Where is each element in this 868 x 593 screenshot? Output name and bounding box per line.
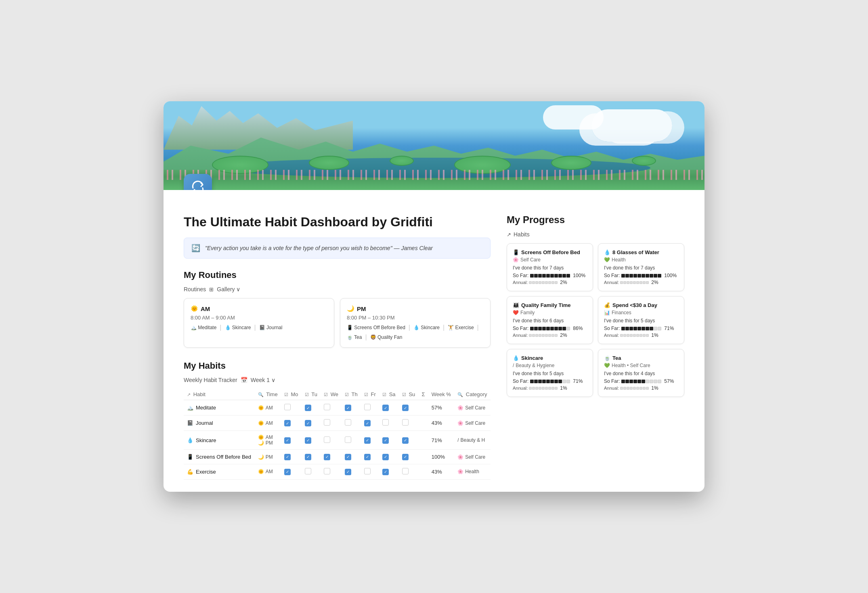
checkbox-sa-0[interactable]: ✓ [382, 405, 389, 411]
checkbox-th-0[interactable]: ✓ [345, 405, 351, 411]
checkbox-su-2[interactable]: ✓ [402, 437, 409, 444]
checkbox-fr-4[interactable] [364, 468, 371, 474]
checkbox-th-3[interactable]: ✓ [345, 454, 351, 460]
habit-day-we[interactable]: ✓ [321, 450, 342, 464]
checkbox-sa-2[interactable]: ✓ [382, 437, 389, 444]
routine-card-pm-title: 🌙 PM [347, 305, 484, 312]
progress-card[interactable]: 📱 Screens Off Before Bed 🌸 Self Care I'v… [507, 243, 593, 291]
checkbox-we-4[interactable] [324, 468, 330, 474]
habit-day-th[interactable]: ✓ [342, 464, 361, 479]
progress-card[interactable]: 🍵 Tea 💚 Health • Self Care I've done thi… [598, 349, 684, 397]
progress-card[interactable]: 💰 Spend <$30 a Day 📊 Finances I've done … [598, 296, 684, 344]
checkbox-mo-4[interactable]: ✓ [284, 469, 291, 475]
annual-empty [555, 281, 558, 284]
habit-name-cell: 📓 Journal [184, 416, 255, 431]
habit-name-cell: 📱 Screens Off Before Bed [184, 450, 255, 464]
routine-card-pm[interactable]: 🌙 PM 8:00 PM – 10:30 PM 📱 Screens Off Be… [340, 298, 491, 348]
annual-empty [633, 387, 636, 390]
habit-day-fr[interactable] [361, 464, 379, 479]
checkbox-we-1[interactable] [324, 419, 330, 426]
annual-empty [535, 281, 538, 284]
progress-card[interactable]: 💧 8 Glasses of Water 💚 Health I've done … [598, 243, 684, 291]
bar-filled [633, 274, 637, 278]
habit-day-sa[interactable]: ✓ [379, 431, 399, 450]
habit-day-th[interactable]: ✓ [342, 400, 361, 416]
checkbox-fr-1[interactable]: ✓ [364, 420, 371, 426]
checkbox-su-3[interactable]: ✓ [402, 454, 409, 460]
checkbox-tu-3[interactable]: ✓ [305, 454, 311, 460]
checkbox-sa-3[interactable]: ✓ [382, 454, 389, 460]
gallery-dropdown[interactable]: Gallery ∨ [217, 286, 240, 292]
habit-day-su[interactable] [399, 464, 419, 479]
checkbox-sa-4[interactable]: ✓ [382, 469, 389, 475]
checkbox-fr-0[interactable] [364, 404, 371, 410]
habit-day-tu[interactable]: ✓ [302, 431, 321, 450]
habit-day-fr[interactable]: ✓ [361, 450, 379, 464]
habit-day-tu[interactable] [302, 464, 321, 479]
habit-day-mo[interactable] [281, 400, 302, 416]
checkbox-tu-0[interactable]: ✓ [305, 405, 311, 411]
habit-day-mo[interactable]: ✓ [281, 450, 302, 464]
habit-day-sa[interactable] [379, 416, 399, 431]
bar-filled [554, 274, 558, 278]
habit-day-fr[interactable] [361, 400, 379, 416]
habit-day-we[interactable] [321, 464, 342, 479]
checkbox-we-3[interactable]: ✓ [324, 454, 330, 460]
habit-day-tu[interactable]: ✓ [302, 450, 321, 464]
annual-empty [623, 334, 626, 337]
checkbox-mo-1[interactable]: ✓ [284, 420, 291, 426]
checkbox-we-0[interactable] [324, 404, 330, 410]
app-icon[interactable] [184, 174, 212, 190]
progress-card[interactable]: 👨‍👩‍👧 Quality Family Time ❤️ Family I've… [507, 296, 593, 344]
checkbox-sa-1[interactable] [382, 419, 389, 426]
quote-icon: 🔄 [191, 244, 200, 253]
habit-day-su[interactable]: ✓ [399, 400, 419, 416]
habit-day-su[interactable] [399, 416, 419, 431]
so-far-blocks-1 [621, 274, 661, 278]
checkbox-th-4[interactable]: ✓ [345, 469, 351, 475]
checkbox-mo-3[interactable]: ✓ [284, 454, 291, 460]
habit-day-mo[interactable]: ✓ [281, 464, 302, 479]
habit-day-tu[interactable]: ✓ [302, 416, 321, 431]
habit-day-we[interactable] [321, 416, 342, 431]
checkbox-fr-3[interactable]: ✓ [364, 454, 371, 460]
routine-card-am[interactable]: 🌞 AM 8:00 AM – 9:00 AM 🏔️ Meditate | 💧 S… [184, 298, 334, 348]
hero-clouds-2 [543, 105, 604, 129]
habit-day-tu[interactable]: ✓ [302, 400, 321, 416]
habit-day-th[interactable]: ✓ [342, 450, 361, 464]
checkbox-we-2[interactable] [324, 436, 330, 443]
checkbox-su-4[interactable] [402, 468, 409, 474]
week-dropdown[interactable]: Week 1 ∨ [251, 377, 275, 383]
progress-card-cat-1: 💚 Health [604, 257, 678, 263]
checkbox-tu-1[interactable]: ✓ [305, 420, 311, 426]
annual-row-2: Annual: 2% [513, 332, 587, 338]
checkbox-mo-2[interactable]: ✓ [284, 437, 291, 444]
habit-day-th[interactable] [342, 431, 361, 450]
habit-day-fr[interactable]: ✓ [361, 416, 379, 431]
quote-text: "Every action you take is a vote for the… [205, 245, 433, 251]
checkbox-mo-0[interactable] [284, 404, 291, 410]
progress-card[interactable]: 💧 Skincare / Beauty & Hygiene I've done … [507, 349, 593, 397]
habit-day-su[interactable]: ✓ [399, 450, 419, 464]
hero-island-6 [632, 156, 656, 166]
checkbox-su-1[interactable] [402, 419, 409, 426]
habit-day-sa[interactable]: ✓ [379, 400, 399, 416]
habit-day-sa[interactable]: ✓ [379, 464, 399, 479]
th-su: ☑ Su [399, 389, 419, 400]
checkbox-fr-2[interactable]: ✓ [364, 437, 371, 444]
habit-day-mo[interactable]: ✓ [281, 416, 302, 431]
checkbox-th-2[interactable] [345, 436, 351, 443]
checkbox-su-0[interactable]: ✓ [402, 405, 409, 411]
bar-filled [625, 380, 629, 383]
habit-day-we[interactable] [321, 431, 342, 450]
annual-empty [627, 281, 629, 284]
habit-day-we[interactable] [321, 400, 342, 416]
checkbox-tu-2[interactable]: ✓ [305, 437, 311, 444]
habit-day-th[interactable] [342, 416, 361, 431]
checkbox-tu-4[interactable] [305, 468, 311, 474]
checkbox-th-1[interactable] [345, 419, 351, 426]
habit-day-mo[interactable]: ✓ [281, 431, 302, 450]
habit-day-sa[interactable]: ✓ [379, 450, 399, 464]
habit-day-su[interactable]: ✓ [399, 431, 419, 450]
habit-day-fr[interactable]: ✓ [361, 431, 379, 450]
